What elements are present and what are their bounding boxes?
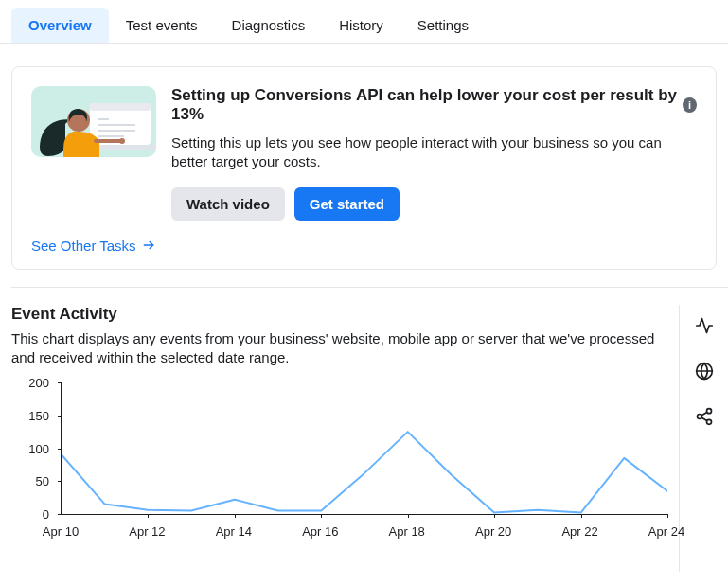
tab-settings[interactable]: Settings bbox=[400, 8, 486, 43]
x-axis-label: Apr 24 bbox=[648, 524, 684, 539]
svg-rect-3 bbox=[98, 118, 109, 120]
svg-rect-6 bbox=[98, 135, 124, 137]
tab-overview[interactable]: Overview bbox=[11, 8, 109, 43]
x-axis-label: Apr 12 bbox=[129, 524, 165, 539]
promo-title: Setting up Conversions API can help lowe… bbox=[171, 86, 697, 124]
tab-history[interactable]: History bbox=[322, 8, 400, 43]
see-other-tasks-label: See Other Tasks bbox=[31, 238, 136, 254]
event-activity-chart: 050100150200 Apr 10Apr 12Apr 14Apr 16Apr… bbox=[19, 382, 667, 553]
y-axis-label: 0 bbox=[43, 507, 49, 522]
see-other-tasks-link[interactable]: See Other Tasks bbox=[31, 238, 155, 254]
get-started-button[interactable]: Get started bbox=[294, 187, 400, 221]
share-icon[interactable] bbox=[695, 407, 714, 426]
promo-description: Setting this up lets you see how people … bbox=[171, 133, 697, 172]
tabs: Overview Test events Diagnostics History… bbox=[0, 0, 728, 44]
x-axis-label: Apr 10 bbox=[43, 524, 79, 539]
y-axis-label: 100 bbox=[28, 441, 49, 455]
x-axis-label: Apr 22 bbox=[561, 524, 597, 539]
x-axis-label: Apr 20 bbox=[475, 524, 511, 539]
tab-diagnostics[interactable]: Diagnostics bbox=[215, 8, 323, 43]
arrow-right-icon bbox=[142, 239, 155, 252]
activity-icon[interactable] bbox=[695, 316, 714, 335]
y-axis-label: 50 bbox=[36, 474, 49, 488]
svg-rect-4 bbox=[98, 124, 135, 126]
side-rail bbox=[679, 305, 728, 573]
x-axis-label: Apr 18 bbox=[389, 524, 425, 539]
globe-icon[interactable] bbox=[695, 362, 714, 381]
x-axis-label: Apr 14 bbox=[216, 524, 252, 539]
promo-illustration bbox=[31, 86, 156, 157]
watch-video-button[interactable]: Watch video bbox=[171, 187, 285, 221]
y-axis-label: 200 bbox=[28, 376, 49, 390]
svg-point-10 bbox=[119, 138, 125, 144]
event-activity-title: Event Activity bbox=[11, 305, 667, 324]
svg-line-17 bbox=[701, 417, 707, 420]
info-icon[interactable]: i bbox=[683, 98, 697, 113]
svg-rect-2 bbox=[90, 103, 151, 111]
x-axis-label: Apr 16 bbox=[302, 524, 338, 539]
svg-rect-5 bbox=[98, 130, 135, 132]
event-activity-description: This chart displays any events from your… bbox=[11, 329, 667, 368]
y-axis-label: 150 bbox=[28, 408, 49, 422]
conversions-api-card: Setting up Conversions API can help lowe… bbox=[11, 66, 717, 270]
svg-line-18 bbox=[701, 412, 707, 415]
tab-test-events[interactable]: Test events bbox=[109, 8, 215, 43]
divider bbox=[11, 287, 728, 288]
promo-title-text: Setting up Conversions API can help lowe… bbox=[171, 86, 677, 124]
svg-rect-9 bbox=[94, 139, 122, 143]
